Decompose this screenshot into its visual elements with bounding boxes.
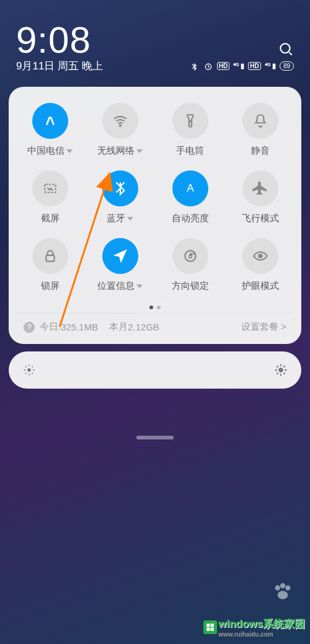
screenshot-label: 截屏 — [41, 213, 60, 224]
mobile-data-label: 中国电信 — [27, 145, 73, 157]
auto-brightness-toggle[interactable]: A — [172, 170, 208, 206]
rotation-lock-toggle[interactable] — [172, 238, 208, 274]
divider — [17, 313, 293, 314]
svg-rect-5 — [46, 255, 54, 262]
bluetooth-icon — [190, 61, 200, 71]
watermark-brand: windows系统家园 — [218, 618, 305, 630]
quick-settings-panel: 中国电信无线网络手电筒静音截屏蓝牙A自动亮度飞行模式锁屏位置信息方向锁定护眼模式… — [9, 87, 301, 344]
location-icon — [112, 248, 128, 264]
today-label: 今日: — [40, 321, 61, 333]
auto-brightness-icon: A — [182, 180, 198, 196]
eye-care-toggle[interactable] — [242, 238, 278, 274]
screenshot-toggle[interactable] — [32, 170, 68, 206]
flashlight-toggle[interactable] — [172, 103, 208, 139]
screenshot-icon — [42, 180, 58, 196]
svg-point-2 — [119, 125, 121, 126]
paw-overlay — [270, 580, 295, 607]
signal-2: ⁴ᴳ ▮ — [265, 62, 276, 70]
tile-eye-care: 护眼模式 — [228, 238, 293, 292]
tile-screenshot: 截屏 — [17, 170, 82, 224]
signal-1: ⁴ᴳ ▮ — [233, 62, 244, 70]
flashlight-icon — [182, 113, 198, 129]
wifi-icon — [112, 113, 128, 129]
set-plan-link[interactable]: 设置套餐 > — [241, 321, 286, 333]
svg-point-9 — [27, 368, 31, 372]
mobile-data-icon — [42, 113, 58, 129]
watermark-url: www.ruihaidu.com — [218, 631, 305, 638]
rotation-lock-icon — [182, 248, 198, 264]
airplane-label: 飞行模式 — [242, 213, 279, 224]
svg-point-12 — [280, 583, 285, 588]
svg-rect-18 — [211, 628, 214, 631]
hd-badge-2: HD — [248, 62, 260, 70]
clock-time: 9:08 — [16, 19, 294, 61]
tile-flashlight: 手电筒 — [157, 103, 223, 157]
caret-icon — [136, 285, 143, 288]
caret-icon — [136, 149, 143, 153]
tile-location: 位置信息 — [87, 238, 153, 292]
eye-care-label: 护眼模式 — [242, 280, 279, 292]
caret-icon — [127, 217, 133, 221]
drag-handle[interactable] — [136, 436, 174, 439]
location-toggle[interactable] — [102, 238, 138, 274]
svg-point-13 — [285, 585, 290, 590]
wifi-label: 无线网络 — [97, 145, 143, 157]
hd-badge-1: HD — [217, 62, 229, 70]
brightness-slider[interactable] — [9, 351, 301, 389]
watermark: windows系统家园 www.ruihaidu.com — [203, 617, 305, 638]
mute-toggle[interactable] — [242, 103, 278, 139]
caret-icon — [66, 149, 73, 153]
month-label: 本月 — [109, 321, 128, 333]
rotation-lock-label: 方向锁定 — [172, 280, 209, 292]
location-label: 位置信息 — [97, 280, 143, 292]
svg-point-6 — [185, 250, 195, 261]
month-value: 2.12GB — [128, 322, 159, 332]
airplane-toggle[interactable] — [242, 170, 278, 206]
battery-badge: 89 — [280, 61, 294, 71]
svg-rect-7 — [188, 255, 191, 258]
svg-point-8 — [258, 254, 262, 258]
data-usage-row[interactable]: ? 今日: 325.1MB 本月 2.12GB 设置套餐 > — [17, 321, 293, 333]
status-area: 9:08 9月11日 周五 晚上 HD ⁴ᴳ ▮ HD ⁴ᴳ ▮ 89 — [0, 0, 310, 78]
tile-mute: 静音 — [228, 103, 293, 157]
mobile-data-toggle[interactable] — [32, 103, 68, 139]
eye-care-icon — [252, 248, 268, 264]
brightness-high-icon — [274, 363, 288, 377]
mute-label: 静音 — [251, 145, 270, 157]
tile-wifi: 无线网络 — [87, 103, 153, 157]
tile-rotation-lock: 方向锁定 — [157, 238, 223, 292]
wifi-toggle[interactable] — [102, 103, 138, 139]
watermark-logo — [203, 620, 217, 634]
today-value: 325.1MB — [61, 322, 98, 332]
bluetooth-label: 蓝牙 — [107, 213, 133, 224]
svg-rect-17 — [206, 628, 210, 631]
tile-mobile-data: 中国电信 — [17, 103, 82, 157]
date-text: 9月11日 周五 晚上 — [16, 59, 103, 73]
svg-rect-16 — [211, 624, 214, 627]
brightness-low-icon — [22, 363, 36, 377]
search-button[interactable] — [278, 41, 294, 60]
page-indicator — [17, 306, 293, 309]
flashlight-label: 手电筒 — [176, 145, 204, 157]
svg-point-1 — [280, 43, 290, 53]
airplane-icon — [252, 180, 268, 196]
mute-icon — [252, 113, 268, 129]
svg-point-14 — [278, 591, 288, 599]
tile-airplane: 飞行模式 — [228, 170, 293, 224]
svg-rect-15 — [206, 624, 210, 627]
tile-auto-brightness: A自动亮度 — [157, 170, 223, 224]
status-icons: HD ⁴ᴳ ▮ HD ⁴ᴳ ▮ 89 — [190, 61, 294, 71]
svg-text:A: A — [187, 182, 194, 194]
lock-icon — [42, 248, 58, 264]
alarm-icon — [203, 61, 213, 71]
lock-label: 锁屏 — [41, 280, 60, 292]
auto-brightness-label: 自动亮度 — [172, 213, 209, 224]
svg-point-11 — [275, 585, 280, 590]
svg-point-10 — [278, 368, 283, 372]
lock-toggle[interactable] — [32, 238, 68, 274]
tile-bluetooth: 蓝牙 — [87, 170, 153, 224]
help-icon: ? — [24, 322, 35, 333]
